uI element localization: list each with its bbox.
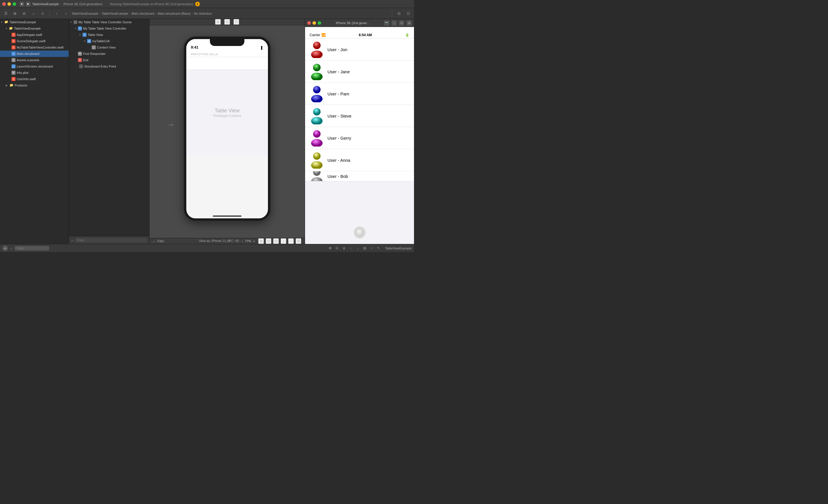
- nav-icon-branch[interactable]: ⑂: [369, 246, 374, 251]
- add-file-button[interactable]: +: [2, 245, 8, 251]
- battery-icon: ▌: [261, 46, 263, 49]
- scene-item-cell[interactable]: ▾ ⊟ myTableCell: [69, 38, 149, 44]
- swift-icon-appdelegate: S: [11, 33, 15, 37]
- nav-forward-button[interactable]: ›: [63, 10, 69, 17]
- tablevc-icon: T: [78, 27, 82, 31]
- contentview-label: Content View: [97, 46, 116, 49]
- scene-bottom-bar: ⌕: [69, 236, 149, 244]
- scene-item-exit[interactable]: ▾ ✕ Exit: [69, 57, 149, 63]
- nav-appdelegate[interactable]: S AppDelegate.swift: [0, 32, 69, 38]
- nav-assets[interactable]: A Assets.xcassets: [0, 57, 69, 63]
- play-button[interactable]: ▶: [26, 2, 31, 6]
- user-name-bob: User - Bob: [327, 174, 348, 179]
- scene-item-entrypoint[interactable]: → → Storyboard Entry Point: [69, 63, 149, 70]
- hide-navigator-button[interactable]: ☰: [2, 10, 9, 17]
- breadcrumb-1[interactable]: TableViewExample: [72, 12, 98, 15]
- scene-item-contentview[interactable]: ▾ □ Content View: [69, 44, 149, 51]
- toolbar-btn-3[interactable]: ⊟: [21, 10, 28, 17]
- zoom-in-button[interactable]: +: [253, 239, 255, 243]
- toolbar-btn-2[interactable]: ⊞: [11, 10, 18, 17]
- warning-button[interactable]: ⚠: [39, 10, 46, 17]
- nav-icon-cursor[interactable]: ↖: [376, 246, 381, 251]
- contentview-icon: □: [92, 45, 96, 49]
- warning-badge[interactable]: 1: [195, 2, 200, 6]
- run-text: Running TableViewExample on iPhone SE (2…: [110, 2, 194, 6]
- breadcrumb-4[interactable]: Main.storyboard (Base): [158, 12, 190, 15]
- sim-home-button[interactable]: [354, 227, 365, 238]
- canvas-icon-2[interactable]: ⊟: [224, 19, 230, 25]
- svg-point-13: [311, 139, 323, 146]
- scene-item-tableview[interactable]: ▾ ≡ Table View: [69, 32, 149, 38]
- exit-label: Exit: [83, 58, 88, 62]
- zoom-out-button[interactable]: −: [241, 239, 243, 243]
- list-item-jane[interactable]: User - Jane: [305, 61, 414, 83]
- filter-icon-canvas: ⌕: [153, 239, 155, 243]
- zoom-fit-button[interactable]: ⊞: [258, 238, 264, 244]
- svg-point-8: [313, 86, 321, 93]
- fullscreen-button[interactable]: [13, 2, 16, 6]
- list-item-bob[interactable]: User - Bob: [305, 171, 414, 181]
- zoom-options-5[interactable]: ⊞: [296, 238, 301, 244]
- list-item-anna[interactable]: User - Anna: [305, 149, 414, 171]
- stop-button[interactable]: ■: [19, 2, 24, 6]
- nav-userinfo[interactable]: S UserInfo.swift: [0, 76, 69, 82]
- storyboard-canvas-scroll[interactable]: → 9:41 ▌ PROTOTYPE CELLS Table: [150, 25, 305, 238]
- products-folder-icon: 📁: [9, 83, 13, 87]
- nav-icon-list[interactable]: ☷: [334, 246, 339, 251]
- tableview-expand-arrow: ▾: [79, 33, 81, 36]
- sim-screenshot-icon[interactable]: 📷: [384, 20, 389, 26]
- nav-icon-down[interactable]: ↓: [355, 246, 360, 251]
- sim-home-icon[interactable]: ⌂: [391, 20, 397, 26]
- sim-settings-icon[interactable]: ⚙: [407, 20, 412, 26]
- zoom-options-1[interactable]: ⊡: [266, 238, 272, 244]
- zoom-options-2[interactable]: ⊟: [273, 238, 279, 244]
- canvas-icon-3[interactable]: ⊡: [234, 19, 239, 25]
- list-item-gerry[interactable]: User - Gerry: [305, 127, 414, 149]
- entry-point-arrow: →: [167, 120, 175, 129]
- sim-title: iPhone SE (2nd gener...: [323, 21, 382, 25]
- zoom-options-3[interactable]: ↕: [281, 238, 286, 244]
- svg-point-12: [313, 130, 321, 138]
- breadcrumb-3[interactable]: Main.storyboard: [132, 12, 154, 15]
- sim-carrier: Carrier 📶: [309, 33, 326, 37]
- nav-root-group[interactable]: ▾ 📁 TableViewExample: [0, 19, 69, 25]
- nav-mytablevc[interactable]: S MyTableTableViewController.swift: [0, 44, 69, 51]
- nav-back-button[interactable]: ‹: [53, 10, 60, 17]
- nav-scenedelegate[interactable]: S SceneDelegate.swift: [0, 38, 69, 44]
- scene-item-root[interactable]: ▾ ◻ My Table Table View Controller Scene: [69, 19, 149, 25]
- nav-mainstoryboard[interactable]: ◻ Main.storyboard: [0, 51, 69, 57]
- sim-minimize-button[interactable]: [313, 21, 316, 25]
- minimize-button[interactable]: [7, 2, 11, 6]
- nav-icon-up[interactable]: ↑: [348, 246, 353, 251]
- close-button[interactable]: [2, 2, 6, 6]
- breadcrumb-5[interactable]: No Selection: [194, 12, 212, 15]
- home-indicator: [213, 216, 242, 217]
- zoom-options-4[interactable]: ↔: [288, 238, 294, 244]
- scenedelegate-filename: SceneDelegate.swift: [17, 39, 45, 43]
- nav-icon-pause[interactable]: ⏸: [341, 246, 346, 251]
- nav-products[interactable]: ▶ 📁 Products: [0, 82, 69, 89]
- bottom-filter-input[interactable]: [15, 246, 49, 250]
- search-button[interactable]: ⌕: [30, 10, 37, 17]
- bottom-nav-icons: ⊞ ☷ ⏸ ↑ ↓ ⛓ ⑂ ↖ TableViewExample: [327, 246, 412, 251]
- scene-item-firstresponder[interactable]: ▾ R First Responder: [69, 51, 149, 57]
- list-item-pam[interactable]: User - Pam: [305, 83, 414, 105]
- list-item-steve[interactable]: User - Steve: [305, 105, 414, 127]
- cell-icon: ⊟: [87, 39, 91, 43]
- scene-item-tablevc[interactable]: ▾ T My Table Table View Controller: [69, 25, 149, 32]
- scene-filter-input[interactable]: [75, 238, 147, 242]
- canvas-icon-1[interactable]: ⊞: [215, 19, 221, 25]
- nav-launchscreen[interactable]: ◻ LaunchScreen.storyboard: [0, 63, 69, 70]
- breadcrumb-2[interactable]: TableViewExample: [101, 12, 128, 15]
- debug-toggle[interactable]: ☷: [405, 10, 412, 17]
- sim-close-button[interactable]: [307, 21, 311, 25]
- inspector-toggle[interactable]: ⊡: [396, 10, 403, 17]
- sim-rotate-icon[interactable]: ⟳: [399, 20, 404, 26]
- sim-fullscreen-button[interactable]: [318, 21, 321, 25]
- nav-group-tableviewexample[interactable]: ▾ 📁 TableViewExample: [0, 25, 69, 32]
- nav-infoplist[interactable]: P Info.plist: [0, 70, 69, 76]
- nav-icon-link[interactable]: ⛓: [362, 246, 367, 251]
- nav-icon-grid[interactable]: ⊞: [327, 246, 333, 251]
- list-item-jon[interactable]: User - Jon: [305, 39, 414, 61]
- entrypoint-arrow: →: [75, 65, 77, 68]
